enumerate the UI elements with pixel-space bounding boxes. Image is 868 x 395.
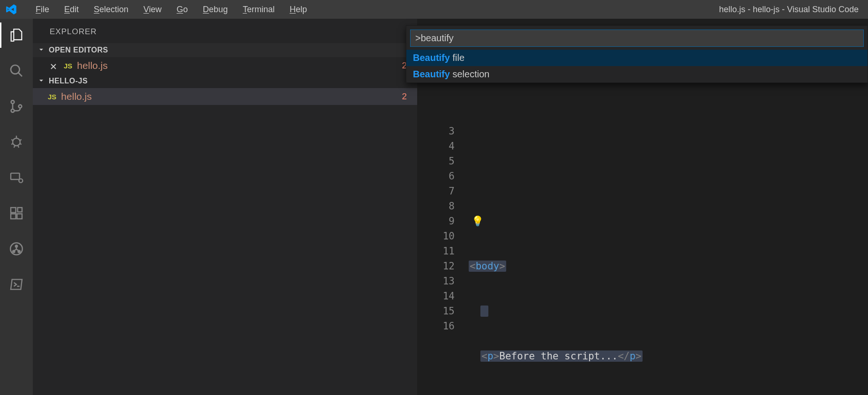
close-icon[interactable] bbox=[50, 61, 58, 70]
file-tree-item[interactable]: JS hello.js 2 bbox=[33, 88, 417, 105]
menu-edit[interactable]: Edit bbox=[57, 2, 86, 17]
svg-point-3 bbox=[11, 109, 15, 112]
svg-rect-17 bbox=[17, 214, 22, 219]
remote-icon[interactable] bbox=[7, 169, 25, 186]
menu-debug[interactable]: Debug bbox=[195, 2, 235, 17]
sidebar: EXPLORER OPEN EDITORS JS hello.js 2 HELL… bbox=[33, 19, 417, 395]
svg-point-2 bbox=[11, 100, 15, 104]
powershell-icon[interactable] bbox=[7, 276, 25, 293]
menu-go[interactable]: Go bbox=[169, 2, 195, 17]
palette-item-beautify-file[interactable]: Beautify file bbox=[406, 50, 868, 66]
file-error-count: 2 bbox=[402, 91, 407, 102]
open-editor-item[interactable]: JS hello.js 2 bbox=[33, 57, 417, 74]
js-file-icon: JS bbox=[64, 62, 72, 70]
svg-rect-15 bbox=[11, 208, 16, 213]
js-file-icon: JS bbox=[48, 93, 56, 101]
open-editor-filename: hello.js bbox=[77, 60, 107, 71]
debug-icon[interactable] bbox=[7, 133, 25, 151]
window-title: hello.js - hello-js - Visual Studio Code bbox=[719, 5, 859, 15]
folder-header[interactable]: HELLO-JS bbox=[33, 74, 417, 88]
svg-point-4 bbox=[19, 105, 22, 108]
menu-help[interactable]: Help bbox=[282, 2, 314, 17]
command-palette-input[interactable]: >beautify bbox=[410, 30, 864, 47]
sidebar-title: EXPLORER bbox=[33, 19, 417, 43]
search-icon[interactable] bbox=[7, 62, 25, 80]
menu-view[interactable]: View bbox=[136, 2, 169, 17]
command-palette: >beautify Beautify file Beautify selecti… bbox=[406, 25, 868, 83]
vscode-logo-icon bbox=[5, 3, 18, 16]
svg-rect-13 bbox=[11, 173, 20, 179]
activity-bar bbox=[0, 19, 33, 395]
source-control-icon[interactable] bbox=[7, 97, 25, 115]
menu-bar: File Edit Selection View Go Debug Termin… bbox=[0, 0, 868, 19]
chevron-down-icon bbox=[37, 46, 46, 54]
menu-terminal[interactable]: Terminal bbox=[235, 2, 282, 17]
open-editors-header[interactable]: OPEN EDITORS bbox=[33, 43, 417, 57]
file-tree-filename: hello.js bbox=[61, 91, 91, 102]
svg-line-1 bbox=[18, 73, 22, 76]
chevron-down-icon bbox=[37, 77, 46, 85]
code-content[interactable]: 💡 <body> <p>Before the script...</p> <sc… bbox=[469, 94, 643, 395]
svg-point-0 bbox=[11, 65, 20, 74]
svg-point-14 bbox=[19, 179, 22, 183]
svg-rect-18 bbox=[18, 208, 22, 212]
svg-point-20 bbox=[15, 245, 17, 247]
explorer-icon[interactable] bbox=[7, 26, 25, 44]
git-extension-icon[interactable] bbox=[7, 240, 25, 258]
svg-point-5 bbox=[13, 138, 20, 146]
extensions-icon[interactable] bbox=[7, 204, 25, 222]
lightbulb-icon[interactable]: 💡 bbox=[471, 216, 484, 227]
palette-item-beautify-selection[interactable]: Beautify selection bbox=[406, 66, 868, 82]
menu-file[interactable]: File bbox=[28, 2, 57, 17]
svg-rect-16 bbox=[11, 214, 16, 219]
menu-selection[interactable]: Selection bbox=[86, 2, 136, 17]
